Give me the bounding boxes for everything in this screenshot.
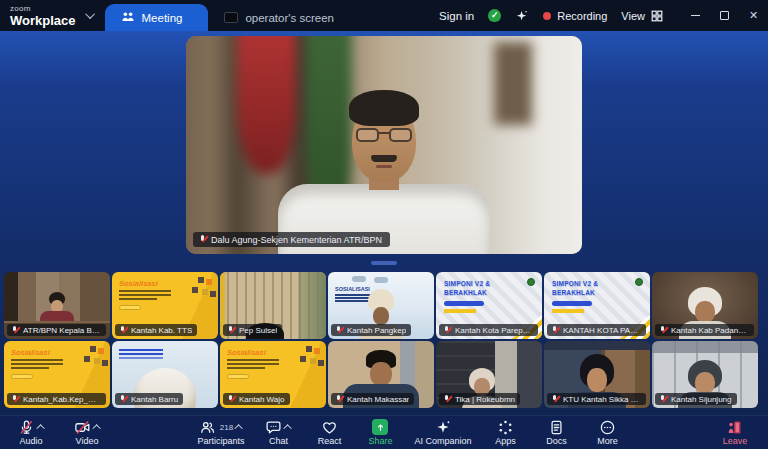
- participants-button[interactable]: 218 Participants: [197, 418, 244, 447]
- tab-label: Meeting: [142, 12, 183, 24]
- participant-tile-kantah-kota-parepa[interactable]: SIMPONI V2 & BERAKHLAK Kantah Kota Parep…: [436, 272, 542, 339]
- tab-operator-s-screen[interactable]: operator's screen: [208, 4, 360, 31]
- participant-tile-pep-sulsel[interactable]: Pep Sulsel: [220, 272, 326, 339]
- participant-nameplate: ATR/BPN Kepala Bir...: [7, 324, 106, 336]
- tab-label: operator's screen: [245, 12, 334, 24]
- slide-title: Sosialisasi: [227, 348, 266, 357]
- toolbar-button-label: Participants: [197, 436, 244, 447]
- participant-tile-kantah-kab-padang[interactable]: Kantah Kab Padang...: [652, 272, 758, 339]
- slide-text-line: [119, 349, 163, 351]
- recording-label: Recording: [557, 10, 607, 22]
- logo-badge: [635, 278, 643, 286]
- participant-tile-kantah-sijunjung[interactable]: Kantah Sijunjung: [652, 341, 758, 408]
- minimize-button[interactable]: [681, 0, 710, 31]
- participant-name: KANTAH KOTA PAR...: [563, 326, 641, 335]
- heart-icon: [321, 419, 338, 436]
- muted-mic-icon: [550, 326, 559, 335]
- toolbar-button-label: More: [597, 436, 618, 447]
- participant-name: Kantah Makassar: [347, 395, 409, 404]
- toolbar-button-label: AI Companion: [414, 436, 471, 447]
- minimize-icon: [691, 15, 700, 17]
- participant-tile-tika-rokeubmn[interactable]: Tika | Rokeubmn: [436, 341, 542, 408]
- close-button[interactable]: ✕: [739, 0, 768, 31]
- participant-tile-kantah-kota-par[interactable]: SIMPONI V2 & BERAKHLAK KANTAH KOTA PAR..…: [544, 272, 650, 339]
- participant-tile-kantah-pangkep[interactable]: SOSIALISASI Kantah Pangkep: [328, 272, 434, 339]
- maximize-icon: [720, 11, 729, 20]
- participant-name: Kantah_Kab.Kep_M...: [23, 395, 101, 404]
- toolbar-button-label: Chat: [269, 436, 288, 447]
- toolbar-center-group: 218 Participants Chat React Share: [197, 418, 624, 447]
- logo-badge: [527, 278, 535, 286]
- react-button[interactable]: React: [312, 418, 346, 447]
- participant-name: Pep Sulsel: [239, 326, 277, 335]
- chat-button[interactable]: Chat: [261, 418, 295, 447]
- participant-tile-ktu-kantah-sikka[interactable]: KTU Kantah Sikka - ...: [544, 341, 650, 408]
- ai-companion-status-icon[interactable]: [515, 9, 529, 23]
- participant-nameplate: Pep Sulsel: [223, 324, 282, 336]
- tab-meeting[interactable]: Meeting: [105, 4, 209, 31]
- ai-companion-button[interactable]: AI Companion: [414, 418, 471, 447]
- meeting-toolbar: Audio Video 218 Participants Chat: [0, 415, 768, 449]
- video-off-icon: [74, 419, 91, 436]
- zoom-window: zoom Workplace Meeting operator's screen…: [0, 0, 768, 449]
- tab-strip: Meeting operator's screen: [105, 0, 360, 31]
- participant-tile-kantah-barru[interactable]: Kantah Barru: [112, 341, 218, 408]
- chevron-up-icon[interactable]: [92, 424, 100, 432]
- participant-tile-atr-bpn-kepala-bir[interactable]: ATR/BPN Kepala Bir...: [4, 272, 110, 339]
- docs-icon: [548, 419, 565, 436]
- speaker-hair: [349, 90, 419, 126]
- slide-decoration: [90, 346, 96, 352]
- mic-off-icon: [18, 419, 35, 436]
- toolbar-button-label: Audio: [19, 436, 42, 447]
- docs-button[interactable]: Docs: [540, 418, 574, 447]
- view-label: View: [621, 10, 645, 22]
- speaker-name: Dalu Agung-Sekjen Kementerian ATR/BPN: [211, 235, 382, 245]
- participant-count-badge: 218: [220, 423, 233, 432]
- participant-name: Kantah Barru: [131, 395, 178, 404]
- meeting-people-icon: [121, 10, 135, 26]
- view-button[interactable]: View: [621, 10, 663, 22]
- toolbar-button-label: Docs: [546, 436, 567, 447]
- participant-tile-kantah-wajo[interactable]: Sosialisasi Kantah Wajo: [220, 341, 326, 408]
- slide-decoration: [306, 346, 312, 352]
- toolbar-button-label: Share: [368, 436, 392, 447]
- chevron-up-icon[interactable]: [36, 424, 44, 432]
- participant-nameplate: Kantah Kota Parepa...: [439, 324, 538, 336]
- participant-nameplate: Kantah Kab Padang...: [655, 324, 754, 336]
- chevron-up-icon[interactable]: [283, 424, 291, 432]
- recording-indicator[interactable]: Recording: [543, 10, 607, 22]
- zoom-workplace-menu[interactable]: zoom Workplace: [0, 0, 105, 31]
- slide-text-line: [11, 359, 63, 361]
- video-button[interactable]: Video: [70, 418, 104, 447]
- slide-text-line: [227, 359, 279, 361]
- more-icon: [599, 419, 616, 436]
- gallery-resize-handle[interactable]: [371, 261, 397, 265]
- participant-tile-kantah-kab-tts[interactable]: Sosialisasi Kantah Kab. TTS: [112, 272, 218, 339]
- participant-nameplate: Kantah Wajo: [223, 393, 290, 405]
- more-button[interactable]: More: [591, 418, 625, 447]
- participant-name: KTU Kantah Sikka - ...: [563, 395, 641, 404]
- share-button[interactable]: Share: [363, 418, 397, 447]
- chat-icon: [265, 419, 282, 436]
- slide-title: Sosialisasi: [119, 279, 158, 288]
- slide-title: BERAKHLAK: [552, 289, 595, 296]
- maximize-button[interactable]: [710, 0, 739, 31]
- audio-button[interactable]: Audio: [14, 418, 48, 447]
- slide-text-line: [11, 367, 49, 369]
- slide-decoration: [198, 277, 204, 283]
- sign-in-button[interactable]: Sign in: [439, 10, 474, 22]
- participant-tile-kantah-makassar[interactable]: Kantah Makassar: [328, 341, 434, 408]
- chevron-up-icon[interactable]: [234, 424, 242, 432]
- participant-tile-kantah-kab-kep-m[interactable]: Sosialisasi Kantah_Kab.Kep_M...: [4, 341, 110, 408]
- security-shield-icon[interactable]: ✓: [488, 9, 501, 22]
- grid-view-icon: [651, 10, 663, 22]
- toolbar-button-label: Leave: [723, 436, 748, 447]
- speaker-mustache: [371, 155, 397, 162]
- toolbar-button-label: Apps: [495, 436, 516, 447]
- participant-nameplate: Kantah Pangkep: [331, 324, 411, 336]
- muted-mic-icon: [334, 326, 343, 335]
- chevron-down-icon[interactable]: [85, 9, 95, 19]
- apps-button[interactable]: Apps: [489, 418, 523, 447]
- participant-nameplate: KANTAH KOTA PAR...: [547, 324, 646, 336]
- leave-button[interactable]: Leave: [718, 418, 752, 447]
